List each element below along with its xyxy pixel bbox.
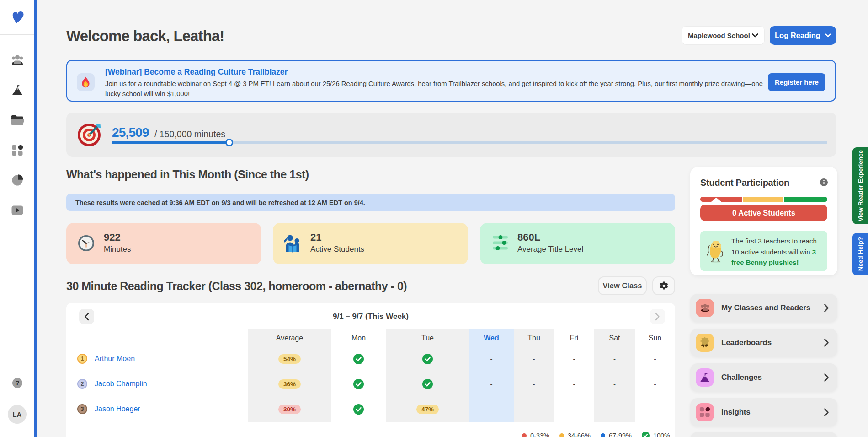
svg-text:?: ? — [15, 379, 19, 387]
